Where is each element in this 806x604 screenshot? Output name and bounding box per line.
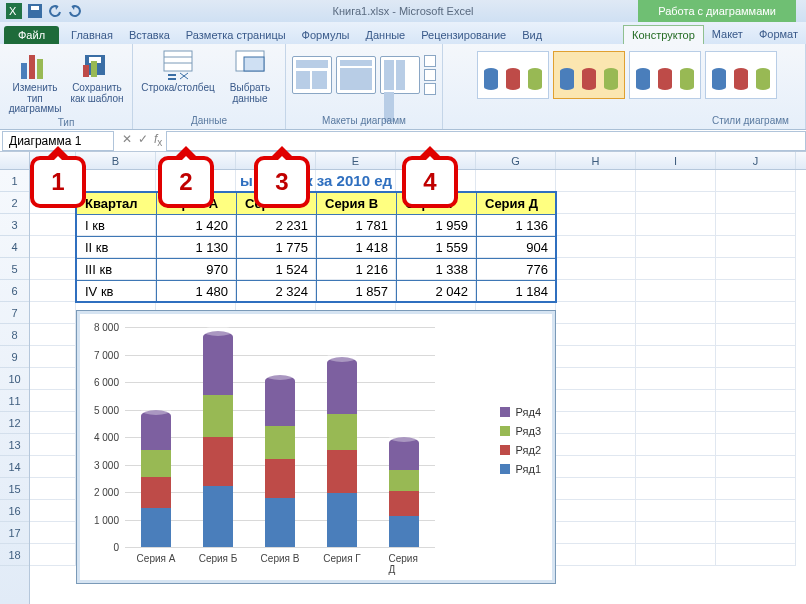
row-header[interactable]: 1 <box>0 170 29 192</box>
chart-type-icon <box>19 49 51 81</box>
save-as-template-button[interactable]: Сохранить как шаблон <box>68 47 126 104</box>
annotation-callout: 1 <box>30 156 86 208</box>
column-header[interactable]: J <box>716 152 796 169</box>
style-thumb[interactable] <box>629 51 701 99</box>
tab-Формулы[interactable]: Формулы <box>294 26 358 44</box>
tab-Главная[interactable]: Главная <box>63 26 121 44</box>
tab-file[interactable]: Файл <box>4 26 59 44</box>
scroll-down-icon[interactable] <box>424 69 436 81</box>
chart-object[interactable]: 01 0002 0003 0004 0005 0006 0007 0008 00… <box>76 310 556 584</box>
cell-grid[interactable]: ы продаж за 2010 ед КварталСерия АСерия … <box>30 170 806 604</box>
legend-item: Ряд3 <box>500 423 541 439</box>
y-tick-label: 2 000 <box>94 487 119 498</box>
row-header[interactable]: 12 <box>0 412 29 434</box>
tab-Вставка[interactable]: Вставка <box>121 26 178 44</box>
annotation-callout: 2 <box>158 156 214 208</box>
row-header[interactable]: 18 <box>0 544 29 566</box>
svg-text:X: X <box>9 5 17 17</box>
tab-Формат[interactable]: Формат <box>751 25 806 44</box>
y-tick-label: 5 000 <box>94 404 119 415</box>
layout-thumb[interactable] <box>336 56 376 94</box>
fx-icon[interactable]: fx <box>154 132 162 148</box>
chart-bar <box>389 437 419 547</box>
cancel-icon[interactable]: ✕ <box>122 132 132 148</box>
x-tick-label: Серия Д <box>389 553 420 575</box>
row-header[interactable]: 11 <box>0 390 29 412</box>
layout-thumb[interactable] <box>380 56 420 94</box>
row-header[interactable]: 8 <box>0 324 29 346</box>
y-tick-label: 1 000 <box>94 514 119 525</box>
redo-icon[interactable] <box>68 4 82 18</box>
style-thumb[interactable] <box>477 51 549 99</box>
row-header[interactable]: 13 <box>0 434 29 456</box>
select-data-button[interactable]: Выбрать данные <box>221 47 279 104</box>
row-header[interactable]: 3 <box>0 214 29 236</box>
column-header[interactable]: H <box>556 152 636 169</box>
row-header[interactable]: 9 <box>0 346 29 368</box>
switch-row-column-button[interactable]: Строка/столбец <box>139 47 217 94</box>
row-header[interactable]: 14 <box>0 456 29 478</box>
save-icon[interactable] <box>28 4 42 18</box>
chart-bar <box>265 375 295 547</box>
legend-item: Ряд4 <box>500 404 541 420</box>
document-title: Книга1.xlsx - Microsoft Excel <box>333 5 474 17</box>
save-template-icon <box>81 49 113 81</box>
table-row: II кв1 1301 7751 4181 559904 <box>77 237 557 259</box>
group-data: Строка/столбец Выбрать данные Данные <box>133 44 286 129</box>
row-header[interactable]: 6 <box>0 280 29 302</box>
chart-layout-gallery[interactable] <box>292 47 436 103</box>
chart-legend: Ряд4Ряд3Ряд2Ряд1 <box>500 401 541 480</box>
column-header[interactable]: G <box>476 152 556 169</box>
formula-input[interactable] <box>166 131 806 151</box>
svg-rect-5 <box>29 55 35 79</box>
x-tick-label: Серия А <box>137 553 176 564</box>
svg-rect-15 <box>244 57 264 71</box>
row-header[interactable]: 17 <box>0 522 29 544</box>
table-row: I кв1 4202 2311 7811 9591 136 <box>77 215 557 237</box>
tab-Макет[interactable]: Макет <box>704 25 751 44</box>
style-thumb[interactable] <box>705 51 777 99</box>
select-all-corner[interactable] <box>0 152 30 169</box>
tab-Вид[interactable]: Вид <box>514 26 550 44</box>
tab-Рецензирование[interactable]: Рецензирование <box>413 26 514 44</box>
row-header[interactable]: 7 <box>0 302 29 324</box>
layout-thumb[interactable] <box>292 56 332 94</box>
svg-rect-9 <box>83 65 89 77</box>
more-icon[interactable] <box>424 83 436 95</box>
column-header[interactable]: B <box>76 152 156 169</box>
tab-Данные[interactable]: Данные <box>357 26 413 44</box>
tab-Разметка страницы[interactable]: Разметка страницы <box>178 26 294 44</box>
row-header[interactable]: 16 <box>0 500 29 522</box>
change-chart-type-button[interactable]: Изменить тип диаграммы <box>6 47 64 115</box>
group-label-layouts: Макеты диаграмм <box>322 113 406 126</box>
column-header[interactable]: I <box>636 152 716 169</box>
context-tab-title: Работа с диаграммами <box>638 0 796 22</box>
excel-icon: X <box>6 3 22 19</box>
row-header[interactable]: 10 <box>0 368 29 390</box>
y-tick-label: 7 000 <box>94 349 119 360</box>
row-header[interactable]: 5 <box>0 258 29 280</box>
style-thumb[interactable] <box>553 51 625 99</box>
annotation-callout: 3 <box>254 156 310 208</box>
group-label-styles: Стили диаграмм <box>712 113 799 126</box>
group-chart-styles: Стили диаграмм <box>443 44 806 129</box>
y-tick-label: 0 <box>113 542 119 553</box>
table-header: Серия Д <box>477 193 557 215</box>
column-header[interactable]: E <box>316 152 396 169</box>
enter-icon[interactable]: ✓ <box>138 132 148 148</box>
table-row: III кв9701 5241 2161 338776 <box>77 259 557 281</box>
svg-rect-11 <box>164 51 192 71</box>
ribbon-tabs: Файл ГлавнаяВставкаРазметка страницыФорм… <box>0 22 806 44</box>
chart-plot-area: 01 0002 0003 0004 0005 0006 0007 0008 00… <box>125 327 435 547</box>
undo-icon[interactable] <box>48 4 62 18</box>
row-header[interactable]: 4 <box>0 236 29 258</box>
select-data-icon <box>234 49 266 81</box>
tab-Конструктор[interactable]: Конструктор <box>623 25 704 44</box>
row-header[interactable]: 2 <box>0 192 29 214</box>
chart-style-gallery[interactable] <box>471 47 777 103</box>
row-header[interactable]: 15 <box>0 478 29 500</box>
svg-rect-6 <box>37 59 43 79</box>
title-bar: X Книга1.xlsx - Microsoft Excel Работа с… <box>0 0 806 22</box>
svg-rect-10 <box>91 61 97 77</box>
scroll-up-icon[interactable] <box>424 55 436 67</box>
